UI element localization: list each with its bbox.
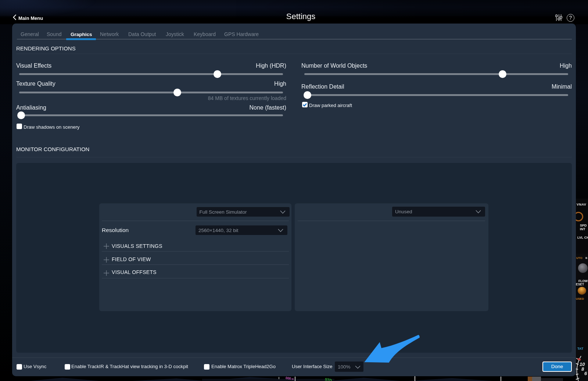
svg-text:6: 6	[584, 371, 587, 376]
svg-text:8: 8	[581, 366, 584, 372]
